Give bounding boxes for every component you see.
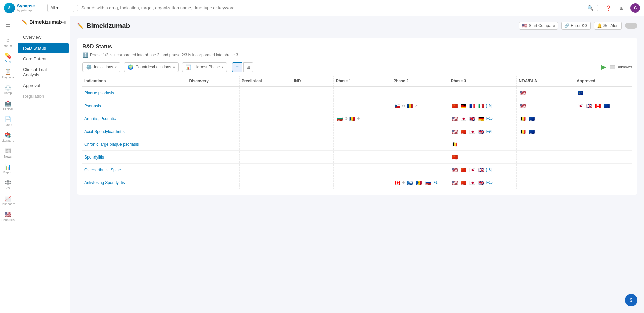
discovery-cell <box>187 151 239 164</box>
sidebar-item-patent[interactable]: 📄 Patent <box>1 114 16 129</box>
approved-cell <box>574 99 632 112</box>
countries-filter-btn[interactable]: 🌍 Countries/Locations ▾ <box>124 62 179 72</box>
sidebar-nav-item-clinical-trial[interactable]: Clinical Trial Analysis <box>18 64 69 80</box>
sidebar-label-literature: Literature <box>1 139 14 142</box>
search-icon[interactable]: 🔍 <box>587 5 594 11</box>
col-header-discovery: Discovery <box>187 76 239 86</box>
indication-link[interactable]: Spondylitis <box>84 155 104 160</box>
sidebar-item-playbook[interactable]: 📋 Playbook <box>1 66 16 81</box>
globe-icon: 🌍 <box>128 64 133 70</box>
info-icon: ℹ️ <box>82 52 88 58</box>
start-compare-label: Start Compare <box>529 23 555 28</box>
sidebar-item-clinical[interactable]: 🏥 Clinical <box>1 98 16 113</box>
flag-bg <box>336 116 344 121</box>
grid-view-btn[interactable]: ⊞ <box>243 62 253 72</box>
sidebar-nav-item-approval[interactable]: Approval <box>18 80 69 91</box>
indication-link[interactable]: Ankylosing Spondylitis <box>84 180 125 185</box>
indication-link[interactable]: Plaque psoriasis <box>84 91 114 95</box>
indications-filter-btn[interactable]: ⚙️ Indications ▾ <box>82 62 120 72</box>
sidebar-nav-item-regulation[interactable]: Regulation <box>18 91 69 102</box>
set-alert-button[interactable]: 🔔 Set Alert <box>594 22 622 30</box>
sidebar-nav-item-core-patent[interactable]: Core Patent <box>18 54 69 64</box>
drug-icon-header: ✏️ <box>77 23 84 29</box>
flag-ru <box>424 180 432 185</box>
sidebar-item-drug[interactable]: 💊 Drug <box>1 51 16 65</box>
menu-toggle-icon[interactable]: ☰ <box>1 19 16 31</box>
more-badge[interactable]: [+9] <box>486 104 492 108</box>
sidebar-nav-item-overview[interactable]: Overview <box>18 32 69 42</box>
indication-link[interactable]: Osteoarthritis, Spine <box>84 168 121 172</box>
literature-icon: 📚 <box>5 132 11 138</box>
highest-phase-label: Highest Phase <box>193 65 220 69</box>
sidebar-item-home[interactable]: ⌂ Home <box>1 35 16 49</box>
more-badge[interactable]: [+10] <box>486 117 494 120</box>
collapse-sidebar-icon[interactable]: ◀ <box>62 19 66 25</box>
flag-jp <box>460 116 467 121</box>
indication-link[interactable]: Arthritis, Psoriatic <box>84 116 116 121</box>
phase2-cell: ⊘ [+1] <box>391 176 449 189</box>
flag-de <box>478 116 485 121</box>
approved-cell <box>574 164 632 176</box>
more-badge[interactable]: [+9] <box>486 130 492 133</box>
more-badge[interactable]: [+8] <box>486 168 492 172</box>
list-view-btn[interactable]: ≡ <box>232 62 242 72</box>
sidebar-item-countries[interactable]: 🇺🇸 Countries <box>1 209 16 224</box>
nda-cell <box>517 151 574 164</box>
start-compare-button[interactable]: 🇺🇸 Start Compare <box>519 22 558 30</box>
more-badge[interactable]: [+1] <box>433 181 438 184</box>
search-type-dropdown[interactable]: All ▾ <box>47 4 74 12</box>
flag-cn <box>451 154 459 160</box>
nda-cell <box>517 164 574 176</box>
nav-icons: ❓ ⊞ C <box>603 3 640 13</box>
logo: S Synapse by patsnap <box>4 3 45 13</box>
search-input[interactable] <box>81 5 585 10</box>
approved-cell <box>574 151 632 164</box>
drug-pencil-icon: ✏️ <box>22 19 27 25</box>
flag-gb <box>469 116 476 121</box>
notification-badge[interactable]: 3 <box>625 294 637 306</box>
indication-link[interactable]: Axial Spondyloarthritis <box>84 129 125 134</box>
sidebar-item-dashboard[interactable]: 📈 Dashboard <box>1 193 16 208</box>
phase1-cell: ⊘ ⊘ <box>333 112 391 125</box>
sidebar-label-dashboard: Dashboard <box>0 202 15 206</box>
sidebar-label-kg: KG <box>6 187 10 190</box>
top-nav: S Synapse by patsnap All ▾ 🔍 ❓ ⊞ C <box>0 0 644 16</box>
user-avatar[interactable]: C <box>630 3 640 13</box>
sidebar-label-comp: Comp <box>4 91 12 95</box>
nda-cell <box>517 176 574 189</box>
sidebar-item-literature[interactable]: 📚 Literature <box>1 130 16 144</box>
highest-phase-filter-btn[interactable]: 📊 Highest Phase ▾ <box>182 62 227 72</box>
alert-toggle[interactable] <box>625 23 637 29</box>
phase2-cell <box>391 112 449 125</box>
flag-gb <box>478 180 485 185</box>
col-header-preclinical: Preclinical <box>239 76 292 86</box>
flag-gb <box>478 129 485 134</box>
flag-eu <box>577 90 584 95</box>
logo-sub: by patsnap <box>17 9 35 12</box>
approved-cell <box>574 138 632 151</box>
nda-cell <box>517 86 574 99</box>
grid-icon[interactable]: ⊞ <box>617 3 626 13</box>
flag-fr <box>469 103 476 108</box>
phase3-cell <box>449 151 517 164</box>
phase2-cell: ⊘ ⊘ <box>391 99 449 112</box>
countries-chevron-icon: ▾ <box>173 65 175 69</box>
table-row: Ankylosing Spondylitis ⊘ <box>82 176 632 189</box>
sidebar-nav-item-rd-status[interactable]: R&D Status <box>18 43 69 53</box>
sidebar-item-kg[interactable]: 🕸️ KG <box>1 177 16 192</box>
search-bar[interactable]: 🔍 <box>77 5 598 11</box>
flag-eu <box>528 129 535 134</box>
sidebar-item-news[interactable]: 📰 News <box>1 146 16 160</box>
flag-gb <box>586 103 593 108</box>
enter-kg-button[interactable]: 🔗 Enter KG <box>561 22 590 30</box>
sidebar-item-comp[interactable]: ⚖️ Comp <box>1 82 16 97</box>
indication-link[interactable]: Psoriasis <box>84 104 101 108</box>
flag-eu <box>528 116 535 121</box>
nda-cell <box>517 138 574 151</box>
help-icon[interactable]: ❓ <box>603 3 613 13</box>
preclinical-cell <box>239 164 292 176</box>
more-badge[interactable]: [+10] <box>486 181 494 184</box>
phase1-cell <box>333 138 391 151</box>
indication-link[interactable]: Chronic large plaque psoriasis <box>84 142 139 147</box>
sidebar-item-report[interactable]: 📊 Report <box>1 162 16 176</box>
